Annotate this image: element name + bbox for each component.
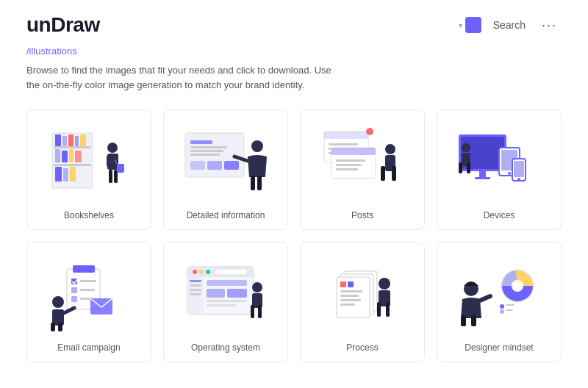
svg-rect-62: [459, 162, 462, 173]
svg-rect-121: [461, 315, 466, 326]
svg-rect-53: [475, 177, 490, 179]
svg-point-56: [508, 172, 511, 175]
card-label-operating-system: Operating system: [191, 342, 260, 353]
illustration-designer-mindset: [445, 254, 553, 335]
svg-rect-52: [479, 171, 486, 177]
svg-point-116: [500, 304, 504, 309]
svg-rect-34: [257, 176, 262, 190]
svg-rect-122: [471, 315, 476, 326]
svg-rect-87: [190, 289, 201, 291]
illustrations-link[interactable]: /illustrations: [26, 46, 77, 57]
illustration-operating-system: [171, 254, 280, 335]
illustration-bookshelves: [35, 122, 143, 203]
svg-rect-6: [75, 136, 79, 146]
svg-rect-7: [80, 134, 86, 146]
svg-rect-5: [68, 134, 74, 146]
card-posts[interactable]: Posts: [300, 109, 425, 230]
card-email-campaign[interactable]: Email campaign: [26, 242, 151, 362]
svg-point-107: [379, 278, 390, 290]
card-label-bookshelves: Bookshelves: [64, 210, 114, 220]
subtitle-area: /illustrations Browse to find the images…: [0, 44, 588, 98]
svg-rect-69: [80, 280, 96, 282]
svg-rect-1: [54, 146, 91, 148]
svg-point-118: [500, 309, 504, 314]
svg-point-31: [251, 140, 263, 152]
svg-rect-43: [336, 159, 365, 162]
svg-rect-63: [467, 162, 470, 173]
svg-rect-101: [340, 281, 346, 287]
svg-rect-37: [329, 143, 358, 146]
svg-rect-109: [377, 302, 381, 317]
svg-rect-36: [324, 132, 368, 139]
svg-rect-3: [55, 134, 61, 146]
svg-point-81: [199, 270, 204, 274]
svg-point-73: [52, 296, 64, 308]
svg-rect-97: [258, 305, 262, 318]
search-button[interactable]: Search: [489, 16, 530, 34]
logo: unDraw: [26, 13, 100, 37]
svg-rect-88: [190, 293, 201, 295]
svg-rect-89: [207, 280, 247, 286]
svg-rect-8: [55, 149, 60, 162]
svg-rect-45: [336, 168, 358, 170]
svg-rect-83: [215, 269, 248, 275]
svg-rect-104: [340, 295, 359, 297]
card-bookshelves[interactable]: Bookshelves: [26, 109, 151, 230]
svg-point-59: [517, 178, 520, 181]
svg-rect-119: [506, 309, 513, 311]
svg-rect-25: [190, 146, 227, 148]
svg-rect-65: [73, 265, 95, 273]
color-swatch[interactable]: [465, 17, 481, 33]
illustration-posts: [308, 122, 417, 203]
svg-rect-29: [207, 161, 222, 170]
more-options-button[interactable]: ···: [537, 15, 562, 36]
svg-rect-17: [107, 155, 110, 167]
card-label-process: Process: [346, 342, 378, 353]
card-label-devices: Devices: [484, 210, 515, 220]
card-label-detailed-information: Detailed information: [187, 210, 265, 220]
svg-rect-106: [340, 303, 355, 306]
svg-point-82: [206, 270, 210, 274]
card-designer-mindset[interactable]: Designer mindset: [437, 242, 562, 362]
svg-rect-10: [69, 149, 74, 162]
svg-point-80: [193, 270, 197, 274]
svg-rect-103: [340, 290, 362, 292]
svg-rect-86: [190, 284, 201, 287]
svg-rect-19: [109, 170, 112, 183]
card-label-designer-mindset: Designer mindset: [465, 342, 533, 353]
card-detailed-information[interactable]: Detailed information: [163, 109, 288, 230]
illustration-detailed-information: [171, 122, 280, 203]
header: unDraw ▾ Search ···: [0, 0, 588, 44]
svg-rect-14: [70, 167, 76, 182]
svg-rect-21: [117, 164, 124, 173]
header-controls: ▾ Search ···: [459, 15, 562, 36]
svg-rect-102: [348, 281, 354, 287]
svg-rect-30: [224, 161, 239, 170]
svg-rect-91: [227, 289, 247, 298]
card-process[interactable]: Process: [300, 242, 425, 362]
svg-rect-44: [336, 164, 362, 166]
card-devices[interactable]: Devices: [437, 109, 562, 230]
color-selector[interactable]: ▾: [459, 17, 481, 33]
svg-rect-67: [71, 287, 77, 293]
svg-point-60: [462, 143, 470, 152]
svg-rect-9: [62, 151, 68, 162]
svg-rect-105: [340, 299, 361, 301]
svg-rect-48: [381, 166, 385, 181]
svg-rect-12: [55, 167, 62, 182]
svg-rect-26: [190, 150, 223, 152]
svg-point-94: [252, 282, 262, 292]
illustration-email-campaign: [35, 254, 143, 335]
illustration-devices: [445, 122, 553, 203]
card-label-email-campaign: Email campaign: [57, 342, 120, 353]
svg-rect-70: [80, 289, 95, 291]
svg-rect-68: [71, 296, 77, 302]
card-operating-system[interactable]: Operating system: [163, 242, 288, 362]
svg-line-75: [64, 308, 74, 313]
svg-rect-110: [386, 302, 390, 317]
svg-line-123: [480, 296, 490, 301]
svg-rect-93: [207, 304, 236, 306]
svg-rect-92: [207, 300, 247, 302]
description-text: Browse to find the images that fit your …: [26, 63, 335, 92]
svg-point-115: [512, 280, 523, 292]
